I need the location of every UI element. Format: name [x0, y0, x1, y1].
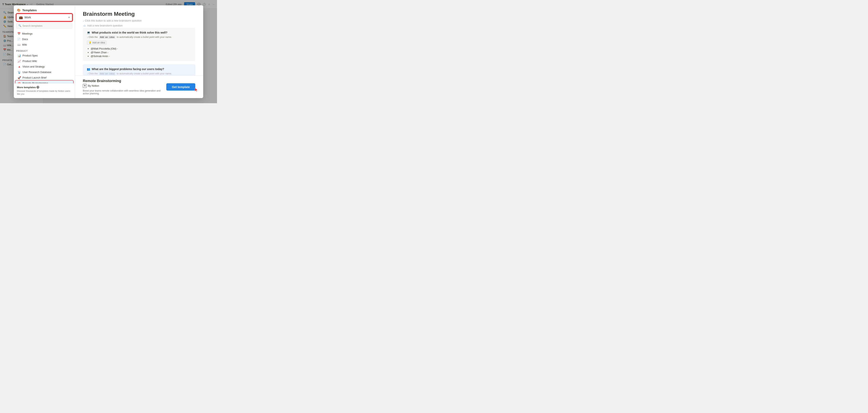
template-user-research[interactable]: 📡 User Research Database	[16, 69, 73, 75]
more-templates-title[interactable]: More templates ?	[17, 86, 72, 89]
add-idea-code-badge: Add an idea	[99, 36, 115, 39]
svg-marker-0	[195, 88, 198, 92]
add-idea-code-badge-2: Add an idea	[99, 72, 115, 75]
more-templates-help-icon: ?	[36, 86, 39, 89]
bullet-matt: @Matt Piccolella (Old) -	[91, 47, 191, 51]
question-block-2: 👥 What are the biggest problems facing o…	[83, 64, 195, 76]
template-subtitle: ↓ Click this button to add a new brainst…	[83, 19, 195, 22]
templates-modal: 🎨 Templates 💼 Work ▾ 🔍 📅 Meetings	[14, 5, 203, 98]
question-2-icon: 👥	[87, 67, 90, 71]
notion-author-icon: N	[83, 84, 87, 88]
add-idea-icon: 💡	[89, 41, 92, 44]
category-wiki[interactable]: 📖 Wiki	[16, 42, 73, 47]
question-1-title: 💻 What products exist in the world we th…	[87, 31, 191, 34]
search-icon: 🔍	[18, 24, 21, 27]
question-1-subtitle: ↓ Click the Add an idea to automatically…	[87, 36, 191, 38]
modal-left-scroll: 📅 Meetings 📄 Docs 📖 Wiki Product	[14, 30, 75, 98]
meetings-icon: 📅	[18, 32, 21, 35]
docs-icon: 📄	[18, 38, 21, 41]
templates-header-icon: 🎨	[17, 8, 21, 12]
remote-brainstorming-icon: 🧠	[18, 82, 21, 83]
template-vision-strategy[interactable]: 🔺 Vision and Strategy	[16, 64, 73, 69]
template-search[interactable]: 🔍	[16, 23, 72, 29]
modal-header: 🎨 Templates	[14, 5, 75, 13]
product-section-label: Product	[14, 48, 75, 53]
modal-right-panel: Brainstorm Meeting ↓ Click this button t…	[75, 5, 203, 98]
template-product-spec[interactable]: 📊 Product Spec	[16, 53, 73, 58]
get-template-wrapper: Get template	[166, 83, 195, 91]
category-docs[interactable]: 📄 Docs	[16, 36, 73, 42]
bullet-sohrab: @Sohrab Amin -	[91, 54, 191, 58]
bottom-author: N By Notion	[83, 84, 166, 88]
search-input[interactable]	[23, 24, 70, 27]
more-templates-section[interactable]: More templates ? Discover thousands of t…	[14, 83, 75, 98]
bottom-info: Remote Brainstorming N By Notion Boost y…	[83, 79, 166, 95]
template-product-wiki[interactable]: 📈 Product Wiki	[16, 58, 73, 64]
product-spec-icon: 📊	[18, 54, 21, 57]
modal-content-area: Brainstorm Meeting ↓ Click this button t…	[75, 5, 203, 76]
category-label: Work	[25, 16, 67, 19]
more-templates-description: Discover thousands of templates made by …	[17, 90, 72, 96]
template-remote-brainstorming[interactable]: 🧠 Remote Brainstorming	[16, 81, 73, 83]
bullet-yiwen: @Yiwen Zhan -	[91, 51, 191, 54]
category-dropdown[interactable]: 💼 Work ▾	[16, 13, 72, 21]
modal-bottom-bar: Remote Brainstorming N By Notion Boost y…	[75, 76, 203, 98]
add-idea-button[interactable]: 💡 Add an idea	[87, 40, 107, 45]
modal-left-panel: 🎨 Templates 💼 Work ▾ 🔍 📅 Meetings	[14, 5, 75, 98]
bottom-template-name: Remote Brainstorming	[83, 79, 166, 83]
bottom-description: Boost your teams remote collaboration wi…	[83, 89, 166, 95]
vision-strategy-icon: 🔺	[18, 65, 21, 68]
wiki-icon: 📖	[18, 43, 21, 46]
question-2-title: 👥 What are the biggest problems facing o…	[87, 67, 191, 71]
get-template-button[interactable]: Get template	[166, 83, 195, 91]
chevron-down-icon: ▾	[68, 16, 70, 19]
user-research-icon: 📡	[18, 71, 21, 74]
question-1-bullets: @Matt Piccolella (Old) - @Yiwen Zhan - @…	[87, 47, 191, 58]
template-list: 📊 Product Spec 📈 Product Wiki 🔺 Vision a…	[14, 53, 75, 83]
template-product-launch-brief[interactable]: 🚀 Product Launch Brief	[16, 75, 73, 81]
modal-overlay: 🎨 Templates 💼 Work ▾ 🔍 📅 Meetings	[0, 0, 217, 103]
category-list: 📅 Meetings 📄 Docs 📖 Wiki	[14, 30, 75, 48]
question-1-icon: 💻	[87, 31, 90, 34]
question-2-subtitle: ↓ Click the Add an idea to automatically…	[87, 72, 191, 75]
category-icon: 💼	[19, 16, 23, 19]
add-question-icon: ☁️	[83, 24, 86, 27]
add-brainstorm-question-btn[interactable]: ☁️ Add a new brainstorm question	[83, 23, 123, 28]
template-title: Brainstorm Meeting	[83, 11, 195, 17]
modal-title: Templates	[22, 8, 37, 12]
product-wiki-icon: 📈	[18, 60, 21, 63]
product-launch-brief-icon: 🚀	[18, 76, 21, 79]
question-block-1: 💻 What products exist in the world we th…	[83, 28, 195, 61]
category-meetings[interactable]: 📅 Meetings	[16, 31, 73, 36]
